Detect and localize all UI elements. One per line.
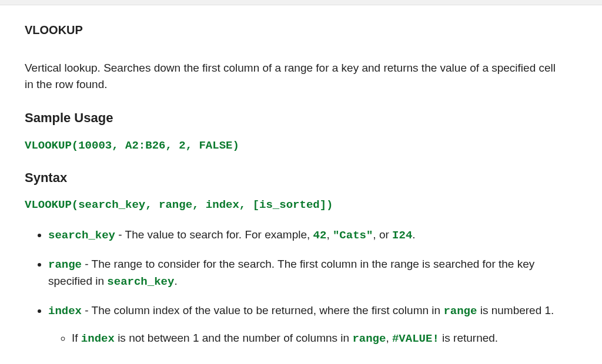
example-code: 42 <box>313 229 327 242</box>
param-search-key: search_key - The value to search for. Fo… <box>48 227 577 244</box>
example-code: "Cats" <box>333 229 373 242</box>
param-index-note: If index is not between 1 and the number… <box>72 330 577 348</box>
text: . <box>412 228 415 241</box>
param-sub-list: If index is not between 1 and the number… <box>48 330 577 348</box>
param-name: search_key <box>48 229 115 242</box>
code-ref: range <box>443 305 477 318</box>
page-title: VLOOKUP <box>25 22 577 39</box>
param-desc: - The value to search for. For example, <box>115 228 313 241</box>
code-ref: search_key <box>107 275 174 288</box>
text: is not between 1 and the number of colum… <box>115 332 353 344</box>
top-separator <box>0 0 602 5</box>
example-code: I24 <box>392 229 412 242</box>
text: , <box>386 332 392 344</box>
text: . <box>174 275 177 287</box>
text: , <box>326 228 333 241</box>
code-ref: range <box>352 332 386 345</box>
param-list: search_key - The value to search for. Fo… <box>25 227 577 348</box>
code-ref: #VALUE! <box>392 332 439 345</box>
syntax-signature: VLOOKUP(search_key, range, index, [is_so… <box>25 197 577 214</box>
function-description: Vertical lookup. Searches down the first… <box>25 60 566 92</box>
param-name: range <box>48 258 82 271</box>
param-name: index <box>48 305 82 318</box>
text: is numbered 1. <box>477 304 554 316</box>
heading-syntax: Syntax <box>25 168 577 187</box>
param-range: range - The range to consider for the se… <box>48 256 577 291</box>
heading-sample-usage: Sample Usage <box>25 109 577 127</box>
doc-body: VLOOKUP Vertical lookup. Searches down t… <box>0 5 602 348</box>
text: , or <box>373 228 392 241</box>
sample-usage-code: VLOOKUP(10003, A2:B26, 2, FALSE) <box>25 138 577 154</box>
param-index: index - The column index of the value to… <box>48 302 577 348</box>
param-desc: - The column index of the value to be re… <box>82 304 443 316</box>
code-ref: index <box>81 332 115 345</box>
text: is returned. <box>439 332 498 344</box>
text: If <box>72 332 81 344</box>
